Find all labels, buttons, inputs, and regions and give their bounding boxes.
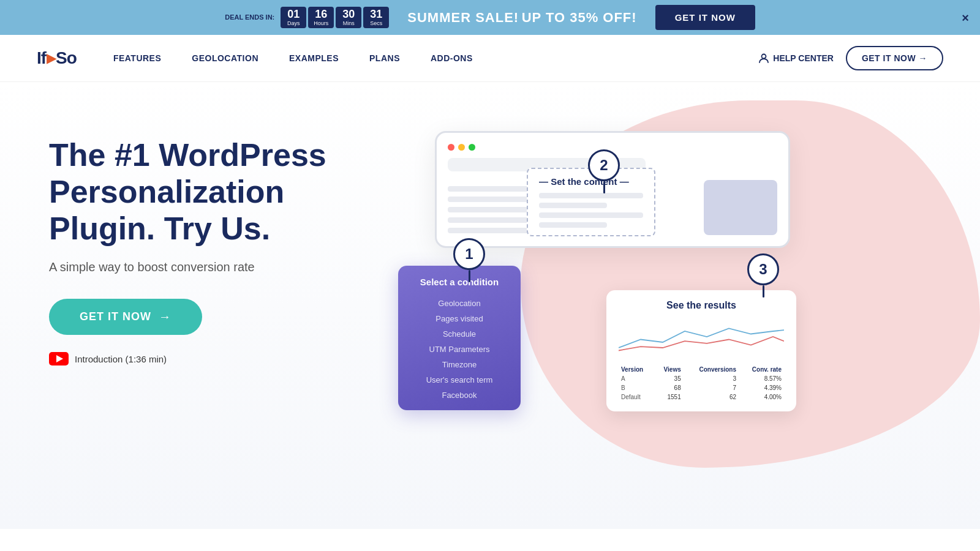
person-icon: [758, 53, 769, 64]
set-content-line: [539, 203, 607, 208]
set-content-line: [539, 222, 607, 228]
timer-mins: 30 Mins: [336, 7, 361, 29]
step-2-circle: 2: [588, 149, 620, 181]
hero-illustration: 1 2 3 Select a condition Geolocation Pag…: [386, 119, 931, 517]
step-1-tail: [469, 270, 470, 282]
results-cell-b-rate: 4.39%: [739, 383, 784, 392]
sale-title: SUMMER SALE!: [407, 10, 519, 25]
results-row-a: A 35 3 8.57%: [619, 374, 784, 383]
deal-ends-section: DEAL ENDS IN: 01 Days 16 Hours 30 Mins 3…: [225, 7, 389, 29]
video-label: Introduction (1:36 min): [75, 354, 167, 364]
results-cell-default-conversions: 62: [684, 392, 739, 402]
condition-item-search: User's search term: [404, 372, 514, 388]
results-chart: [619, 318, 784, 355]
timer-secs-num: 31: [368, 9, 385, 21]
logo-arrow: ▶: [47, 51, 55, 66]
results-cell-a-version: A: [619, 374, 654, 383]
hero-cta-arrow: →: [159, 310, 172, 324]
hero-cta-button[interactable]: GET IT NOW →: [49, 299, 202, 335]
dot-green: [469, 144, 475, 151]
timer-secs-lbl: Secs: [368, 20, 385, 26]
timer-days: 01 Days: [281, 7, 306, 29]
condition-list: Geolocation Pages visited Schedule UTM P…: [398, 296, 521, 403]
svg-point-0: [762, 54, 766, 59]
nav-link-features[interactable]: FEATURES: [113, 53, 161, 63]
results-header-views: Views: [654, 365, 684, 374]
timer-days-num: 01: [285, 9, 302, 21]
results-title: See the results: [619, 300, 784, 311]
results-cell-a-conversions: 3: [684, 374, 739, 383]
hero-left: The #1 WordPress Personalization Plugin.…: [49, 119, 386, 365]
dot-red: [448, 144, 454, 151]
banner-close-button[interactable]: ×: [962, 10, 969, 24]
laptop-content-block: [704, 180, 777, 235]
countdown-timer: 01 Days 16 Hours 30 Mins 31 Secs: [281, 7, 389, 29]
youtube-icon: [49, 352, 69, 365]
logo-text-2: So: [56, 48, 77, 68]
set-content-line: [539, 212, 643, 218]
banner-sale-text: SUMMER SALE! UP TO 35% OFF!: [407, 10, 636, 26]
condition-item-timezone: Timezone: [404, 357, 514, 372]
results-cell-a-views: 35: [654, 374, 684, 383]
timer-mins-num: 30: [340, 9, 357, 21]
timer-hours-num: 16: [312, 9, 330, 21]
results-cell-b-conversions: 7: [684, 383, 739, 392]
help-center-link[interactable]: HELP CENTER: [758, 53, 834, 64]
sale-subtitle: UP TO 35% OFF!: [522, 10, 637, 25]
nav-link-addons[interactable]: ADD-ONS: [431, 53, 473, 63]
results-row-b: B 68 7 4.39%: [619, 383, 784, 392]
select-condition-card: Select a condition Geolocation Pages vis…: [398, 266, 521, 410]
results-cell-default-views: 1551: [654, 392, 684, 402]
nav-link-examples[interactable]: EXAMPLES: [289, 53, 339, 63]
deal-ends-label: DEAL ENDS IN:: [225, 13, 274, 21]
promo-banner: DEAL ENDS IN: 01 Days 16 Hours 30 Mins 3…: [0, 0, 980, 35]
step-3-tail: [763, 285, 764, 298]
results-cell-a-rate: 8.57%: [739, 374, 784, 383]
condition-item-utm: UTM Parameters: [404, 342, 514, 357]
results-header-conversions: Conversions: [684, 365, 739, 374]
timer-hours: 16 Hours: [308, 7, 334, 29]
results-cell-default-rate: 4.00%: [739, 392, 784, 402]
hero-cta-label: GET IT NOW: [80, 310, 151, 323]
nav-links: FEATURES GEOLOCATION EXAMPLES PLANS ADD-…: [113, 53, 758, 63]
results-cell-b-version: B: [619, 383, 654, 392]
set-content-lines: [539, 193, 643, 228]
nav-link-plans[interactable]: PLANS: [369, 53, 400, 63]
results-card: See the results Version Views Conversion…: [606, 290, 796, 411]
hero-section: The #1 WordPress Personalization Plugin.…: [0, 82, 980, 529]
hero-subtitle: A simple way to boost conversion rate: [49, 260, 386, 274]
hero-title: The #1 WordPress Personalization Plugin.…: [49, 137, 386, 247]
step-1-pin: 1: [453, 238, 485, 282]
timer-secs: 31 Secs: [363, 7, 389, 29]
logo-text-1: If: [37, 48, 46, 68]
help-center-label: HELP CENTER: [773, 53, 834, 63]
condition-item-facebook: Facebook: [404, 388, 514, 403]
timer-days-lbl: Days: [285, 20, 302, 26]
timer-hours-lbl: Hours: [312, 20, 330, 26]
main-nav: If▶So FEATURES GEOLOCATION EXAMPLES PLAN…: [0, 35, 980, 82]
results-row-default: Default 1551 62 4.00%: [619, 392, 784, 402]
timer-mins-lbl: Mins: [340, 20, 357, 26]
condition-item-pages: Pages visited: [404, 311, 514, 326]
results-cell-b-views: 68: [654, 383, 684, 392]
set-content-line: [539, 193, 643, 198]
step-3-pin: 3: [747, 253, 779, 298]
results-table: Version Views Conversions Conv. rate A 3…: [619, 365, 784, 402]
logo[interactable]: If▶So: [37, 48, 77, 68]
results-header-version: Version: [619, 365, 654, 374]
step-2-pin: 2: [588, 149, 620, 193]
banner-cta-button[interactable]: GET IT NOW: [655, 5, 755, 30]
video-link[interactable]: Introduction (1:36 min): [49, 352, 386, 365]
results-header-conv-rate: Conv. rate: [739, 365, 784, 374]
nav-link-geolocation[interactable]: GEOLOCATION: [192, 53, 258, 63]
condition-item-geolocation: Geolocation: [404, 296, 514, 311]
step-1-circle: 1: [453, 238, 485, 270]
step-2-tail: [603, 181, 605, 193]
nav-cta-button[interactable]: GET IT NOW →: [846, 46, 943, 70]
play-triangle: [56, 355, 63, 362]
results-cell-default-version: Default: [619, 392, 654, 402]
nav-right: HELP CENTER GET IT NOW →: [758, 46, 943, 70]
step-3-circle: 3: [747, 253, 779, 285]
dot-yellow: [458, 144, 465, 151]
condition-item-schedule: Schedule: [404, 326, 514, 342]
